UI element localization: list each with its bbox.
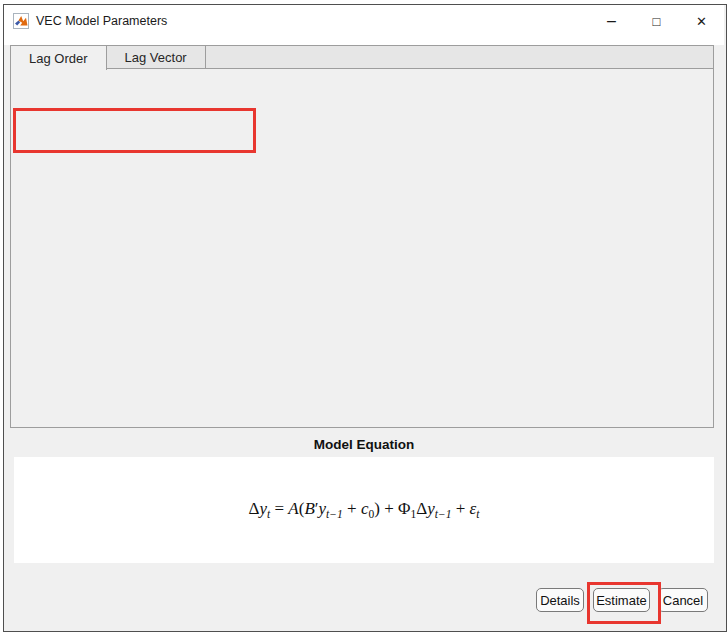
window-controls: – □ ✕	[589, 5, 724, 37]
lag-order-panel	[10, 68, 714, 428]
maximize-button[interactable]: □	[634, 5, 679, 37]
screen: VEC Model Parameters – □ ✕ Lag Order Lag…	[0, 0, 727, 632]
details-button[interactable]: Details	[536, 588, 584, 612]
model-equation: Δyt = A(B′yt−1 + c0) + Φ1Δyt−1 + εt	[249, 499, 480, 521]
window-title: VEC Model Parameters	[36, 14, 167, 28]
close-button[interactable]: ✕	[679, 5, 724, 37]
tab-lag-vector[interactable]: Lag Vector	[107, 46, 206, 68]
model-equation-box: Δyt = A(B′yt−1 + c0) + Φ1Δyt−1 + εt	[14, 457, 714, 563]
estimate-button[interactable]: Estimate	[593, 588, 650, 612]
vec-model-parameters-dialog: VEC Model Parameters – □ ✕ Lag Order Lag…	[3, 4, 727, 632]
tabstrip: Lag Order Lag Vector	[10, 45, 714, 68]
matlab-icon	[13, 13, 29, 29]
cancel-button[interactable]: Cancel	[658, 588, 708, 612]
minimize-button[interactable]: –	[589, 5, 634, 37]
titlebar: VEC Model Parameters – □ ✕	[4, 5, 724, 45]
tab-lag-order[interactable]: Lag Order	[11, 45, 107, 70]
model-equation-title: Model Equation	[4, 437, 724, 452]
